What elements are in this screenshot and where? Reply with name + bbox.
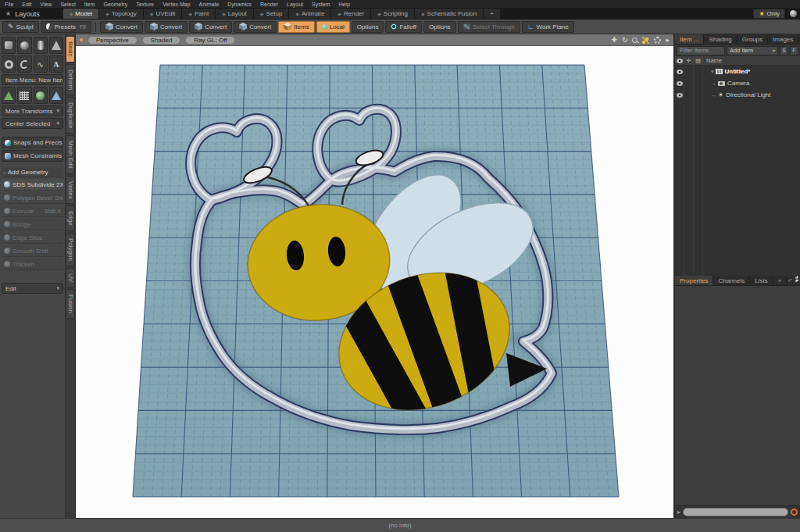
sphere-primitive-button[interactable]: [17, 37, 31, 54]
vtab-uv[interactable]: UV: [66, 268, 75, 287]
convert-vertices-button[interactable]: Convert: [100, 21, 143, 33]
tab-images[interactable]: Images: [768, 34, 798, 44]
falloff-options-button[interactable]: Options: [423, 21, 456, 33]
sphere-icon[interactable]: [790, 10, 797, 17]
curve-tool-button[interactable]: ∿: [34, 55, 48, 73]
menu-system[interactable]: System: [312, 1, 330, 8]
pan-icon[interactable]: ✚: [611, 37, 617, 44]
menu-geometry[interactable]: Geometry: [103, 1, 127, 8]
items-mode-button[interactable]: Items: [278, 21, 315, 33]
tab-schematic-fusion[interactable]: ◆Schematic Fusion: [415, 9, 484, 19]
filter-button[interactable]: F: [790, 46, 798, 55]
center-selected-dropdown[interactable]: Center Selected▾: [2, 118, 63, 129]
raygl-dropdown[interactable]: Ray GL: Off: [185, 36, 235, 45]
expand-arrow-icon[interactable]: ▸: [666, 37, 670, 44]
more-transforms-dropdown[interactable]: More Transforms▾: [2, 105, 63, 116]
select-through-button[interactable]: Select Through: [458, 21, 520, 33]
thicken-button[interactable]: Thicken: [2, 259, 63, 270]
item-row-mesh[interactable]: ▾ Untitled*: [675, 66, 800, 77]
expander-icon[interactable]: ▾: [711, 69, 714, 75]
gear-icon[interactable]: [795, 276, 798, 283]
edge-slice-button[interactable]: Edge Slice: [2, 232, 63, 244]
layouts-menu[interactable]: Layouts: [15, 10, 40, 18]
mesh-constraints-button[interactable]: Mesh Constraints: [2, 150, 63, 162]
menu-render[interactable]: Render: [260, 1, 278, 8]
rotate-icon[interactable]: ↻: [622, 37, 628, 44]
add-item-dropdown[interactable]: Add Item▾: [727, 46, 778, 55]
vtab-deform[interactable]: Deform: [66, 64, 75, 95]
vtab-fusion[interactable]: Fusion: [66, 289, 75, 319]
menu-edit[interactable]: Edit: [22, 1, 31, 8]
eye-icon[interactable]: [677, 70, 683, 74]
tab-layout[interactable]: ◆Layout: [216, 9, 254, 19]
shading-mode-dropdown[interactable]: Shaded: [142, 36, 181, 45]
tab-uvedit[interactable]: ◆UVEdit: [144, 9, 183, 19]
cone-primitive-button[interactable]: [49, 37, 63, 54]
cube-primitive-button[interactable]: [2, 37, 16, 54]
tab-animate[interactable]: ◆Animate: [289, 9, 331, 19]
snaps-precision-button[interactable]: Snaps and Precision: [2, 137, 63, 148]
polygon-bevel-button[interactable]: Polygon BevelShift-B: [2, 192, 63, 204]
command-input[interactable]: [683, 508, 788, 516]
local-action-center-button[interactable]: Local: [316, 21, 350, 33]
menu-file[interactable]: File: [5, 1, 13, 8]
menu-view[interactable]: View: [40, 1, 52, 8]
menu-select[interactable]: Select: [60, 1, 75, 8]
item-menu-dropdown[interactable]: Item Menu: New Item▾: [2, 74, 63, 85]
tab-properties[interactable]: Properties: [675, 276, 713, 285]
presets-button[interactable]: PresetsF6: [41, 21, 91, 33]
add-geometry-section[interactable]: ▿Add Geometry: [2, 167, 63, 177]
tab-item-list[interactable]: Item ...: [675, 34, 704, 44]
tab-scripting[interactable]: ◆Scripting: [371, 9, 415, 19]
vtab-duplicate[interactable]: Duplicate: [66, 97, 75, 134]
scene-button[interactable]: S: [780, 46, 788, 55]
uv-tool-button[interactable]: [49, 87, 63, 104]
menu-item[interactable]: Item: [84, 1, 95, 8]
mesh-tool-button[interactable]: [17, 87, 31, 104]
item-row-light[interactable]: → ☀ Directional Light: [675, 89, 800, 101]
record-icon[interactable]: [791, 509, 798, 516]
falloff-button[interactable]: Falloff: [385, 21, 422, 33]
tab-paint[interactable]: ◆Paint: [182, 9, 216, 19]
convert-polygons-button[interactable]: Convert: [189, 21, 232, 33]
menu-texture[interactable]: Texture: [136, 1, 154, 8]
vtab-mesh-edit[interactable]: Mesh Edit: [66, 135, 75, 174]
convert-materials-button[interactable]: Convert: [234, 21, 277, 33]
tab-render[interactable]: ◆Render: [331, 9, 371, 19]
vtab-basic[interactable]: Basic: [66, 36, 75, 62]
menu-vertex-map[interactable]: Vertex Map: [162, 1, 190, 8]
vtab-polygon[interactable]: Polygon: [66, 233, 75, 266]
view-type-dropdown[interactable]: Perspective: [88, 36, 138, 45]
menu-help[interactable]: Help: [338, 1, 349, 8]
tab-model[interactable]: ◆Model: [63, 9, 99, 19]
menu-layout[interactable]: Layout: [287, 1, 303, 8]
filter-items-input[interactable]: [677, 46, 725, 55]
smooth-shift-button[interactable]: Smooth Shift: [2, 245, 63, 257]
vtab-edge[interactable]: Edge: [66, 205, 75, 231]
convert-edges-button[interactable]: Convert: [145, 21, 188, 33]
tab-channels[interactable]: Channels: [713, 276, 750, 285]
eye-icon[interactable]: [677, 93, 683, 98]
sculpt-tool-button[interactable]: [34, 87, 48, 104]
link-icon[interactable]: [642, 37, 649, 44]
sds-subdivide-button[interactable]: SDS Subdivide 2X: [2, 179, 63, 191]
tab-lists[interactable]: Lists: [750, 276, 773, 285]
torus-primitive-button[interactable]: [2, 55, 16, 73]
eye-icon[interactable]: [677, 81, 683, 86]
item-row-camera[interactable]: → Camera: [675, 77, 800, 89]
sculpt-button[interactable]: ✎Sculpt: [2, 21, 39, 33]
tab-add[interactable]: +: [484, 9, 501, 19]
edit-dropdown[interactable]: Edit▾: [2, 283, 63, 294]
text-tool-button[interactable]: A: [49, 55, 63, 73]
vtab-vertex[interactable]: Vertex: [66, 176, 75, 205]
cylinder-primitive-button[interactable]: [34, 37, 48, 54]
only-toggle[interactable]: ★ Only: [753, 9, 785, 19]
extrude-button[interactable]: ExtrudeShift-X: [2, 205, 63, 217]
tab-setup[interactable]: ◆Setup: [254, 9, 290, 19]
capsule-primitive-button[interactable]: [17, 55, 31, 73]
tab-groups[interactable]: Groups: [738, 34, 768, 44]
action-center-options-button[interactable]: Options: [352, 21, 384, 33]
menu-animate[interactable]: Animate: [199, 1, 220, 8]
viewport-canvas[interactable]: [76, 46, 673, 518]
tab-topology[interactable]: ◆Topology: [99, 9, 144, 19]
